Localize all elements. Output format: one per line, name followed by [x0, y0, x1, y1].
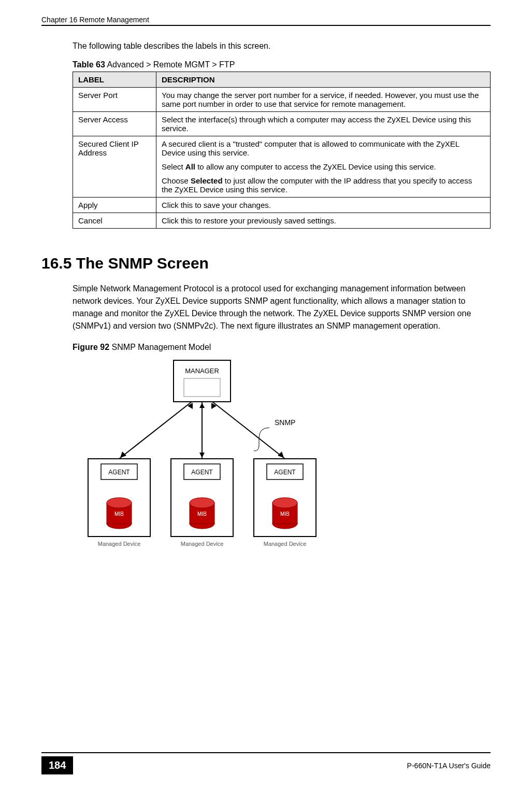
table-cell-desc: Click this to restore your previously sa… [156, 213, 491, 229]
svg-marker-9 [211, 403, 217, 409]
table-cell-para: Select All to allow any computer to acce… [162, 162, 485, 171]
intro-text: The following table describes the labels… [73, 41, 491, 51]
figure-caption: Figure 92 SNMP Management Model [73, 343, 491, 352]
table-row: Server Port You may change the server po… [73, 88, 491, 112]
mib-label: MIB [114, 511, 124, 517]
page-header: Chapter 16 Remote Management [41, 16, 491, 26]
bold-word: All [185, 162, 195, 171]
table-row: Server Access Select the interface(s) th… [73, 112, 491, 136]
table-cell-desc: Select the interface(s) through which a … [156, 112, 491, 136]
table-row: Apply Click this to save your changes. [73, 198, 491, 213]
table-cell-desc: You may change the server port number fo… [156, 88, 491, 112]
section-heading: 16.5 The SNMP Screen [41, 255, 491, 272]
table-cell-para: You may change the server port number fo… [162, 91, 485, 108]
snmp-label: SNMP [275, 418, 295, 427]
figure-caption-number: Figure 92 [73, 343, 109, 351]
table-cell-para: Select the interface(s) through which a … [162, 115, 485, 133]
table-cell-desc: Click this to save your changes. [156, 198, 491, 213]
mib-label: MIB [197, 511, 207, 517]
svg-marker-7 [188, 403, 193, 409]
table-caption: Table 63 Advanced > Remote MGMT > FTP [73, 60, 491, 69]
table-cell-para: Click this to restore your previously sa… [162, 216, 485, 225]
table-cell-label: Server Access [73, 112, 156, 136]
agent-label: AGENT [108, 469, 130, 476]
managed-device-label: Managed Device [264, 541, 307, 547]
svg-rect-1 [184, 378, 220, 397]
table-header-label: LABEL [73, 72, 156, 88]
table-row: Cancel Click this to restore your previo… [73, 213, 491, 229]
agent-label: AGENT [191, 469, 213, 476]
figure-snmp-model: MANAGER SNMP AGENT [73, 355, 332, 554]
mib-label: MIB [280, 511, 290, 517]
section-paragraph: Simple Network Management Protocol is a … [73, 283, 491, 332]
figure-caption-text: SNMP Management Model [109, 343, 211, 351]
svg-line-4 [212, 402, 285, 459]
footer-guide-name: P-660N-T1A User's Guide [407, 761, 491, 770]
svg-marker-5 [199, 403, 205, 408]
svg-marker-8 [120, 452, 126, 458]
table-cell-para: Click this to save your changes. [162, 201, 485, 209]
managed-device-label: Managed Device [181, 541, 224, 547]
description-table: LABEL DESCRIPTION Server Port You may ch… [73, 72, 491, 229]
managed-device-label: Managed Device [98, 541, 141, 547]
agent-box-1: AGENT MIB Managed Device [88, 459, 150, 547]
svg-marker-10 [278, 452, 284, 458]
table-caption-number: Table 63 [73, 60, 105, 69]
manager-label: MANAGER [185, 367, 219, 375]
table-cell-desc: A secured client is a "trusted" computer… [156, 136, 491, 198]
svg-marker-6 [199, 453, 205, 458]
table-cell-label: Secured Client IP Address [73, 136, 156, 198]
snmp-diagram-svg: MANAGER SNMP AGENT [73, 355, 332, 552]
agent-box-2: AGENT MIB Managed Device [171, 459, 233, 547]
agent-label: AGENT [274, 469, 296, 476]
table-caption-text: Advanced > Remote MGMT > FTP [105, 60, 235, 69]
page-footer: 184 P-660N-T1A User's Guide [41, 752, 491, 774]
table-cell-label: Cancel [73, 213, 156, 229]
svg-point-25 [272, 498, 297, 508]
table-cell-para: A secured client is a "trusted" computer… [162, 139, 485, 157]
bold-word: Selected [191, 176, 223, 185]
svg-point-20 [190, 498, 214, 508]
table-header-description: DESCRIPTION [156, 72, 491, 88]
svg-point-15 [107, 498, 132, 508]
page-number: 184 [41, 756, 73, 774]
chapter-title: Chapter 16 Remote Management [41, 16, 149, 24]
section-body: Simple Network Management Protocol is a … [73, 283, 491, 332]
table-cell-para: Choose Selected to just allow the comput… [162, 176, 485, 194]
table-cell-label: Apply [73, 198, 156, 213]
table-cell-label: Server Port [73, 88, 156, 112]
svg-line-3 [119, 402, 192, 459]
agent-box-3: AGENT MIB Managed Device [254, 459, 316, 547]
table-row: Secured Client IP Address A secured clie… [73, 136, 491, 198]
